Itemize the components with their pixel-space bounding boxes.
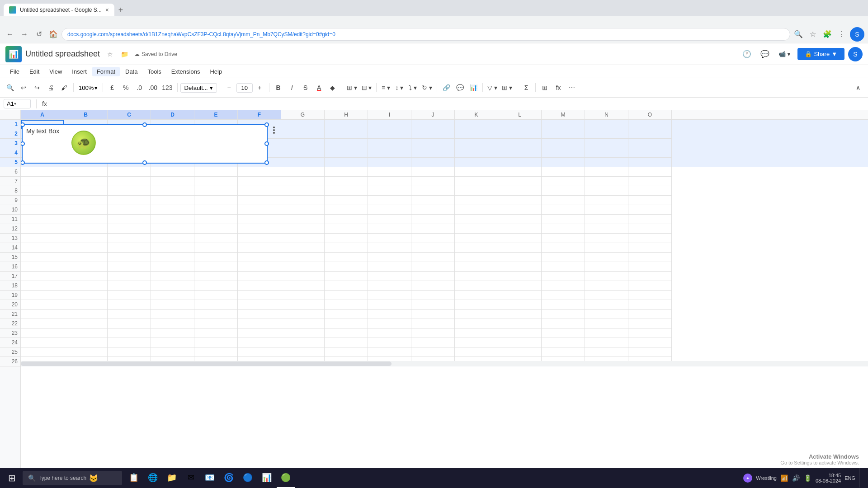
col-header-M[interactable]: M xyxy=(542,110,585,119)
cell-N2[interactable] xyxy=(585,129,628,139)
cell-M18[interactable] xyxy=(542,281,585,291)
cell-H15[interactable] xyxy=(325,253,368,262)
cell-O11[interactable] xyxy=(628,215,672,224)
cell-K12[interactable] xyxy=(455,224,498,234)
cell-K17[interactable] xyxy=(455,272,498,281)
cell-I22[interactable] xyxy=(368,319,411,328)
start-button[interactable]: ⊞ xyxy=(2,468,22,488)
cell-I18[interactable] xyxy=(368,281,411,291)
cell-K24[interactable] xyxy=(455,338,498,347)
chart-button[interactable]: 📊 xyxy=(467,81,480,94)
cell-A25[interactable] xyxy=(21,347,64,357)
cell-M4[interactable] xyxy=(542,148,585,158)
cell-H20[interactable] xyxy=(325,300,368,310)
cell-D14[interactable] xyxy=(151,243,194,253)
cell-O9[interactable] xyxy=(628,196,672,205)
cell-F13[interactable] xyxy=(238,234,281,243)
cell-B17[interactable] xyxy=(64,272,108,281)
cell-D23[interactable] xyxy=(151,328,194,338)
cell-L13[interactable] xyxy=(498,234,542,243)
cell-H8[interactable] xyxy=(325,186,368,196)
row-number-18[interactable]: 18 xyxy=(0,281,20,291)
cell-G8[interactable] xyxy=(281,186,325,196)
collapse-toolbar-button[interactable]: ∧ xyxy=(852,81,864,94)
cell-C12[interactable] xyxy=(108,224,151,234)
cell-M8[interactable] xyxy=(542,186,585,196)
align-button[interactable]: ≡ ▾ xyxy=(379,81,392,94)
cell-O22[interactable] xyxy=(628,319,672,328)
cell-N22[interactable] xyxy=(585,319,628,328)
cell-E11[interactable] xyxy=(194,215,238,224)
cell-J14[interactable] xyxy=(411,243,455,253)
text-color-button[interactable]: A xyxy=(313,81,326,94)
history-button[interactable]: 🕐 xyxy=(740,47,754,61)
cell-K4[interactable] xyxy=(455,148,498,158)
cell-G21[interactable] xyxy=(281,310,325,319)
cell-H21[interactable] xyxy=(325,310,368,319)
cell-O14[interactable] xyxy=(628,243,672,253)
cell-J8[interactable] xyxy=(411,186,455,196)
more-toolbar-button[interactable]: ⋯ xyxy=(566,81,578,94)
cell-G16[interactable] xyxy=(281,262,325,272)
cell-G3[interactable] xyxy=(281,139,325,148)
cell-H12[interactable] xyxy=(325,224,368,234)
cell-F25[interactable] xyxy=(238,347,281,357)
print-button[interactable]: 🖨 xyxy=(44,81,57,94)
cell-J5[interactable] xyxy=(411,158,455,167)
cell-C18[interactable] xyxy=(108,281,151,291)
cell-A21[interactable] xyxy=(21,310,64,319)
handle-top-mid[interactable] xyxy=(142,122,147,127)
menu-button[interactable]: ⋮ xyxy=(835,28,848,41)
cell-N20[interactable] xyxy=(585,300,628,310)
cell-O25[interactable] xyxy=(628,347,672,357)
horizontal-scrollbar[interactable] xyxy=(21,361,868,366)
cell-D21[interactable] xyxy=(151,310,194,319)
cell-K5[interactable] xyxy=(455,158,498,167)
font-size-decrease-button[interactable]: − xyxy=(223,81,236,94)
cell-D7[interactable] xyxy=(151,177,194,186)
cell-M2[interactable] xyxy=(542,129,585,139)
cell-O18[interactable] xyxy=(628,281,672,291)
row-number-13[interactable]: 13 xyxy=(0,234,20,243)
cell-G20[interactable] xyxy=(281,300,325,310)
handle-mid-left[interactable] xyxy=(21,141,25,146)
cell-F23[interactable] xyxy=(238,328,281,338)
cell-B8[interactable] xyxy=(64,186,108,196)
cell-O4[interactable] xyxy=(628,148,672,158)
cell-A10[interactable] xyxy=(21,205,64,215)
cell-H16[interactable] xyxy=(325,262,368,272)
cell-I4[interactable] xyxy=(368,148,411,158)
cell-H3[interactable] xyxy=(325,139,368,148)
cell-L4[interactable] xyxy=(498,148,542,158)
back-button[interactable]: ← xyxy=(4,28,16,41)
menu-view[interactable]: View xyxy=(45,67,66,76)
paint-format-button[interactable]: 🖌 xyxy=(58,81,71,94)
sheets-view-button[interactable]: ⊞ xyxy=(538,81,551,94)
cell-E20[interactable] xyxy=(194,300,238,310)
cell-M3[interactable] xyxy=(542,139,585,148)
cell-J23[interactable] xyxy=(411,328,455,338)
tray-network-icon[interactable]: 📶 xyxy=(780,474,788,482)
cell-L12[interactable] xyxy=(498,224,542,234)
cell-I3[interactable] xyxy=(368,139,411,148)
cell-M6[interactable] xyxy=(542,167,585,177)
cell-D11[interactable] xyxy=(151,215,194,224)
cell-M12[interactable] xyxy=(542,224,585,234)
handle-bottom-right[interactable] xyxy=(264,160,269,165)
cell-F21[interactable] xyxy=(238,310,281,319)
cell-C7[interactable] xyxy=(108,177,151,186)
cell-F19[interactable] xyxy=(238,291,281,300)
cell-I13[interactable] xyxy=(368,234,411,243)
font-size-input[interactable] xyxy=(236,83,253,93)
cell-N13[interactable] xyxy=(585,234,628,243)
cell-L23[interactable] xyxy=(498,328,542,338)
cell-J17[interactable] xyxy=(411,272,455,281)
move-to-drive-button[interactable]: 📁 xyxy=(118,48,131,61)
cell-K14[interactable] xyxy=(455,243,498,253)
cell-A15[interactable] xyxy=(21,253,64,262)
col-header-H[interactable]: H xyxy=(325,110,368,119)
cell-N16[interactable] xyxy=(585,262,628,272)
cell-O8[interactable] xyxy=(628,186,672,196)
cell-K23[interactable] xyxy=(455,328,498,338)
cell-H17[interactable] xyxy=(325,272,368,281)
